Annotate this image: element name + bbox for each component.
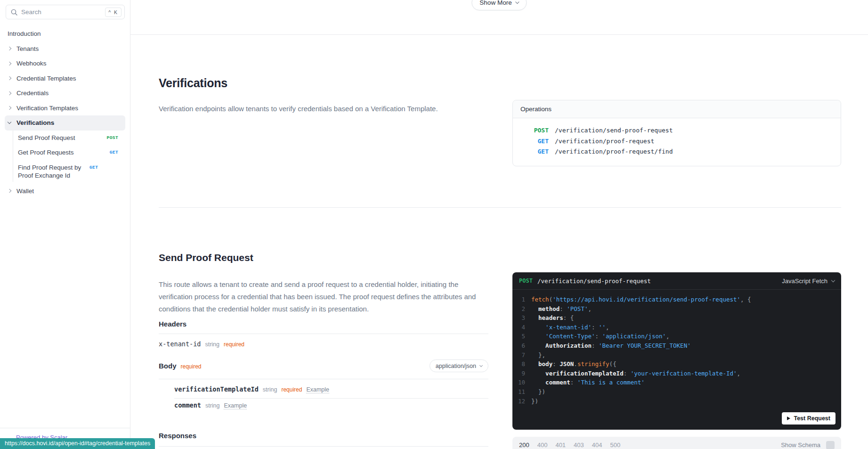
code-lines: 1fetch('https://api.hovi.id/verification… (512, 290, 841, 406)
code-line: 5 'Content-Type': 'application/json', (512, 332, 841, 341)
response-codes-panel: 200400401403404500 Show Schema (512, 437, 841, 449)
param-example-link[interactable]: Example (306, 386, 329, 393)
method-badge-post: POST (107, 135, 118, 140)
search-icon (11, 9, 17, 16)
sidebar-item-verification-templates[interactable]: Verification Templates (0, 101, 130, 116)
search-placeholder: Search (21, 8, 105, 16)
status-bar-url: https://docs.hovi.id/api/open-id#tag/cre… (0, 438, 155, 449)
show-schema-label: Show Schema (781, 441, 820, 449)
api-docs-page: Search ^ K Introduction Tenants Webhooks… (0, 0, 868, 449)
endpoint-title: Send Proof Request (159, 252, 253, 263)
param-name: x-tenant-id (159, 340, 201, 348)
sidebar-item-send-proof-request[interactable]: Send Proof Request POST (13, 131, 130, 146)
intro-description: Verification endpoints allow tenants to … (159, 105, 498, 113)
response-code-tab[interactable]: 403 (574, 441, 584, 449)
body-param-row: verificationTemplateId string required E… (174, 385, 329, 393)
divider (159, 379, 488, 379)
code-method-badge: POST (519, 278, 533, 284)
chevron-right-icon (8, 189, 11, 193)
sidebar-footer-divider (0, 428, 130, 428)
chevron-down-icon (515, 0, 519, 4)
code-endpoint-path: /verification/send-proof-request (537, 278, 782, 285)
sidebar-item-tenants[interactable]: Tenants (0, 41, 130, 57)
operation-link[interactable]: POST /verification/send-proof-request (520, 125, 833, 136)
operations-card: Operations POST /verification/send-proof… (512, 100, 841, 166)
test-request-button[interactable]: Test Request (782, 412, 836, 425)
param-type: string (263, 386, 277, 393)
code-sample-panel: POST /verification/send-proof-request Ja… (512, 272, 841, 430)
divider (174, 398, 488, 399)
code-line: 6 Authorization: 'Bearer YOUR_SECRET_TOK… (512, 341, 841, 351)
code-line: 1fetch('https://api.hovi.id/verification… (512, 295, 841, 304)
main-content: Show More Verifications Verification end… (130, 0, 868, 449)
chevron-down-icon (479, 364, 483, 367)
endpoint-description: This route allows a tenant to create and… (159, 278, 494, 315)
code-line: 8 body: JSON.stringify({ (512, 359, 841, 369)
verifications-subgroup: Send Proof Request POST Get Proof Reques… (13, 131, 130, 182)
chevron-right-icon (8, 47, 11, 50)
sidebar-item-credential-templates[interactable]: Credential Templates (0, 71, 130, 86)
response-code-tab[interactable]: 401 (555, 441, 566, 449)
response-code-tab[interactable]: 400 (537, 441, 548, 449)
sidebar-item-wallet[interactable]: Wallet (0, 184, 130, 199)
code-sample-header: POST /verification/send-proof-request Ja… (512, 272, 841, 290)
response-code-tabs: 200400401403404500 (519, 441, 781, 449)
param-required-badge: required (281, 386, 302, 393)
sidebar: Search ^ K Introduction Tenants Webhooks… (0, 0, 130, 449)
param-type: string (205, 402, 220, 409)
body-section-header: Body required application/json (159, 359, 488, 372)
operations-card-title: Operations (513, 100, 841, 118)
body-param-row: comment string Example (174, 401, 247, 409)
chevron-right-icon (8, 76, 11, 80)
body-section-title: Body (159, 362, 177, 370)
response-code-tab[interactable]: 500 (610, 441, 621, 449)
code-line: 4 'x-tenant-id': '', (512, 323, 841, 332)
param-example-link[interactable]: Example (224, 402, 247, 409)
divider (159, 334, 488, 334)
param-name: verificationTemplateId (174, 385, 259, 393)
code-line: 12}) (512, 397, 841, 406)
param-type: string (205, 341, 219, 348)
sidebar-item-get-proof-requests[interactable]: Get Proof Requests GET (13, 145, 130, 160)
code-line: 3 headers: { (512, 313, 841, 323)
search-input[interactable]: Search ^ K (6, 5, 125, 19)
content-type-select[interactable]: application/json (430, 359, 488, 372)
body-required-badge: required (181, 363, 202, 370)
sidebar-nav: Introduction Tenants Webhooks Credential… (0, 26, 130, 198)
sidebar-item-verifications[interactable]: Verifications (5, 115, 125, 131)
operation-link[interactable]: GET /verification/proof-request (520, 136, 833, 147)
operations-list: POST /verification/send-proof-request GE… (513, 118, 841, 166)
section-divider (159, 207, 841, 208)
code-line: 9 verificationTemplateId: 'your-verifcat… (512, 369, 841, 378)
method-badge-get: GET (89, 165, 98, 170)
code-line: 10 comment: 'This is a comment' (512, 378, 841, 387)
keyboard-shortcut-badge: ^ K (105, 8, 122, 17)
sidebar-item-credentials[interactable]: Credentials (0, 86, 130, 101)
sidebar-item-webhooks[interactable]: Webhooks (0, 56, 130, 71)
divider (159, 446, 488, 447)
chevron-right-icon (8, 62, 11, 65)
language-select[interactable]: JavaScript Fetch (782, 278, 835, 285)
method-badge-get: GET (110, 150, 118, 155)
responses-section-title: Responses (159, 432, 196, 440)
response-code-tab[interactable]: 404 (592, 441, 602, 449)
show-schema-toggle[interactable] (826, 441, 835, 449)
show-more-button[interactable]: Show More (471, 0, 527, 10)
sidebar-item-find-proof-request[interactable]: Find Proof Request by Proof Exchange Id … (13, 160, 130, 182)
param-name: comment (174, 401, 201, 409)
chevron-down-icon (8, 120, 11, 124)
header-param-row: x-tenant-id string required (159, 340, 244, 348)
response-code-tab[interactable]: 200 (519, 441, 529, 449)
code-line: 2 method: 'POST', (512, 304, 841, 314)
chevron-down-icon (831, 278, 835, 282)
operation-link[interactable]: GET /verification/proof-request/find (520, 147, 833, 157)
code-line: 7 }, (512, 351, 841, 360)
param-required-badge: required (224, 341, 244, 348)
page-title: Verifications (159, 76, 227, 90)
chevron-right-icon (8, 91, 11, 95)
chevron-right-icon (8, 106, 11, 110)
headers-section-title: Headers (159, 320, 187, 328)
sidebar-item-introduction[interactable]: Introduction (0, 26, 130, 41)
play-icon (787, 416, 790, 420)
code-line: 11 }) (512, 387, 841, 397)
